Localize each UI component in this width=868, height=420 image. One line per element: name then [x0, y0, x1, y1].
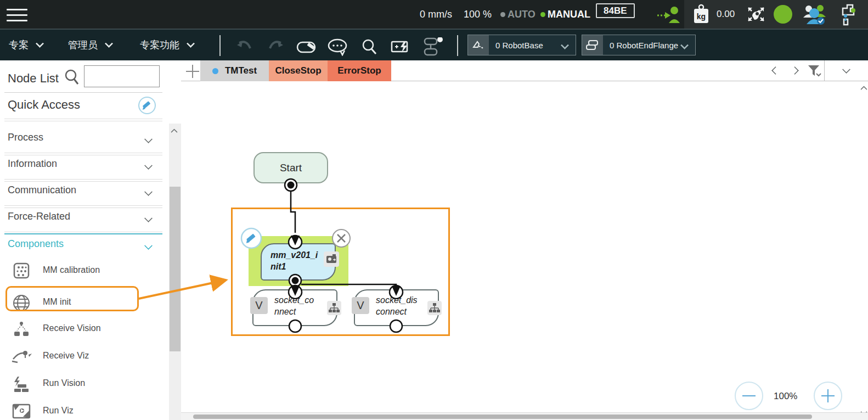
- toolbar-divider: [219, 35, 221, 56]
- sidebar-scrollbar-thumb[interactable]: [170, 187, 181, 351]
- chevron-down-icon: [680, 41, 689, 49]
- edit-node-button[interactable]: [240, 227, 262, 249]
- component-item-mm-calibration[interactable]: MM calibration: [0, 259, 165, 283]
- quick-access-edit-icon[interactable]: [137, 96, 157, 115]
- canvas-scroll-up-icon[interactable]: [860, 86, 867, 93]
- socket-disconnect-subflow-icon: [427, 301, 442, 315]
- payload-value: 0.00: [717, 0, 735, 29]
- robot-end-flange-icon: [582, 35, 603, 55]
- users-group-icon[interactable]: [802, 3, 827, 25]
- sidebar-section-process[interactable]: Process: [8, 132, 161, 150]
- mm-init-icon: [12, 294, 31, 312]
- menu-toolbar: 专案 管理员 专案功能: [0, 29, 868, 60]
- divider: [4, 232, 162, 234]
- socket-disconnect-var-badge: V: [352, 297, 369, 314]
- auto-dot-icon: [500, 12, 505, 17]
- chevron-down-icon: [144, 161, 153, 170]
- tab-tmtest[interactable]: TMTest: [200, 60, 269, 81]
- robot-base-icon: [468, 35, 489, 55]
- app-window: 0 mm/s 100 % AUTO MANUAL 84BE kg 0.00: [0, 0, 868, 420]
- minus-icon: [742, 395, 756, 396]
- tab-closestop[interactable]: CloseStop: [269, 60, 328, 81]
- redo-icon[interactable]: [267, 40, 285, 53]
- canvas-hscrollbar-thumb[interactable]: [193, 415, 812, 419]
- zoom-level-value: 100%: [774, 391, 797, 402]
- socket-connect-subflow-icon: [327, 301, 341, 315]
- run-viz-icon: [12, 402, 31, 420]
- chevron-down-icon: [144, 135, 153, 144]
- robot-base-dropdown[interactable]: 0 RobotBase: [467, 35, 576, 55]
- payload-kg-icon[interactable]: kg: [691, 4, 711, 25]
- project-menu[interactable]: 专案: [9, 30, 43, 60]
- node-list-sidebar: Node List Quick Access Process Informati…: [0, 60, 181, 420]
- svg-text:kg: kg: [697, 12, 706, 21]
- sidebar-section-force-related[interactable]: Force-Related: [8, 211, 161, 229]
- manual-mode-indicator[interactable]: MANUAL: [540, 0, 590, 29]
- node-search-input[interactable]: [84, 65, 160, 87]
- sidebar-section-communication[interactable]: Communication: [8, 184, 161, 203]
- project-function-menu[interactable]: 专案功能: [140, 30, 194, 60]
- chevron-down-icon: [105, 40, 114, 48]
- edit-node-icon[interactable]: [296, 41, 318, 54]
- divider: [4, 179, 162, 182]
- component-item-run-viz[interactable]: Run Viz: [0, 400, 165, 420]
- speed-percent-value: 100 %: [464, 0, 492, 29]
- undo-icon[interactable]: [235, 40, 253, 53]
- sidebar-section-information[interactable]: Information: [8, 158, 161, 177]
- collapse-panel-button[interactable]: [824, 60, 868, 81]
- robot-id-badge[interactable]: 84BE: [596, 5, 635, 16]
- component-item-receive-vision[interactable]: Receive Vision: [0, 317, 165, 341]
- filter-icon[interactable]: [808, 65, 822, 78]
- toolbar-divider: [457, 35, 458, 56]
- connect-user-icon[interactable]: [656, 4, 680, 24]
- manual-dot-icon: [540, 12, 545, 17]
- node-start[interactable]: Start: [253, 152, 328, 183]
- search-icon[interactable]: [361, 38, 377, 56]
- chevron-down-icon: [842, 65, 851, 74]
- robot-speed-value: 0 mm/s: [420, 0, 452, 29]
- hamburger-menu-icon[interactable]: [7, 5, 27, 25]
- account-menu[interactable]: 管理员: [68, 30, 112, 60]
- robot-arm-icon[interactable]: [835, 3, 857, 26]
- tab-status-dot: [212, 68, 218, 74]
- sidebar-title: Node List: [8, 71, 59, 86]
- component-item-mm-init[interactable]: MM init: [0, 291, 165, 315]
- tab-scroll-left-icon[interactable]: [771, 66, 780, 75]
- divider: [4, 205, 162, 208]
- divider: [4, 92, 162, 93]
- node-search-icon[interactable]: [64, 69, 80, 86]
- robot-base-value: 0 RobotBase: [489, 41, 562, 50]
- canvas-hscrollbar[interactable]: [181, 412, 868, 420]
- chevron-down-icon: [144, 214, 153, 223]
- receive-vision-icon: [12, 321, 31, 338]
- top-status-bar: 0 mm/s 100 % AUTO MANUAL 84BE kg 0.00: [0, 0, 868, 29]
- comment-icon[interactable]: [327, 38, 349, 56]
- collision-settings-icon[interactable]: [745, 4, 767, 24]
- auto-mode-indicator[interactable]: AUTO: [500, 0, 536, 29]
- receive-viz-icon: [11, 348, 32, 366]
- mm-node-component-icon: [324, 251, 339, 267]
- flow-tab-bar: TMTest CloseStop ErrorStop: [181, 60, 868, 81]
- tab-scroll-right-icon[interactable]: [791, 66, 799, 75]
- zoom-in-button[interactable]: [814, 382, 842, 410]
- component-item-receive-viz[interactable]: Receive Viz: [0, 345, 165, 369]
- robot-end-flange-dropdown[interactable]: 0 RobotEndFlange: [582, 35, 696, 55]
- divider: [4, 119, 162, 121]
- chevron-down-icon: [36, 40, 44, 48]
- sidebar-section-components[interactable]: Components: [8, 238, 161, 257]
- io-simulator-icon[interactable]: [391, 40, 412, 54]
- add-tab-icon[interactable]: [185, 64, 200, 79]
- status-circle-icon[interactable]: [774, 5, 792, 24]
- run-vision-icon: [12, 376, 31, 393]
- delete-node-button[interactable]: [331, 228, 351, 248]
- component-item-run-vision[interactable]: Run Vision: [0, 372, 165, 396]
- socket-connect-var-badge: V: [250, 297, 268, 314]
- chevron-down-icon: [187, 40, 195, 48]
- chevron-down-icon: [144, 242, 153, 250]
- flow-overview-icon[interactable]: [421, 37, 446, 56]
- divider: [4, 153, 162, 155]
- zoom-out-button[interactable]: [735, 382, 763, 410]
- robot-end-flange-value: 0 RobotEndFlange: [603, 41, 681, 50]
- tab-errorstop[interactable]: ErrorStop: [328, 60, 391, 81]
- chevron-down-icon: [561, 41, 570, 49]
